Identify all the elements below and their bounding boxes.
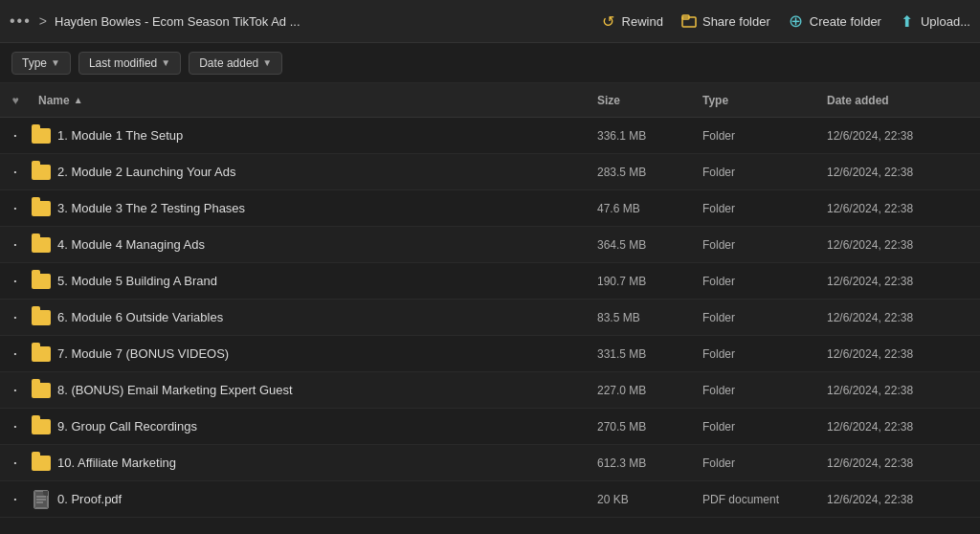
file-date: 12/6/2024, 22:38 [827, 311, 980, 324]
folder-icon [32, 310, 51, 325]
favorite-dot[interactable]: • [0, 386, 31, 394]
filter-bar: Type ▼ Last modified ▼ Date added ▼ [0, 43, 980, 83]
header-fav: ♥ [0, 94, 31, 107]
favorite-dot[interactable]: • [0, 204, 31, 212]
file-type: Folder [702, 420, 827, 434]
upload-icon: ⬆ [899, 12, 916, 30]
folder-icon [32, 165, 51, 180]
date-added-filter-chevron: ▼ [262, 57, 272, 68]
upload-label: Upload... [921, 14, 970, 29]
table-row[interactable]: • 5. Module 5 Building A Brand 190.7 MB … [0, 263, 980, 300]
favorite-dot[interactable]: • [0, 349, 31, 358]
create-folder-label: Create folder [810, 14, 881, 29]
favorite-dot[interactable]: • [0, 167, 31, 176]
favorite-dot[interactable]: • [0, 422, 31, 431]
file-size: 364.5 MB [597, 238, 702, 252]
date-added-filter-label: Date added [199, 56, 258, 70]
table-row[interactable]: • 4. Module 4 Managing Ads 364.5 MB Fold… [0, 227, 980, 263]
table-header: ♥ Name ▲ Size Type Date added [0, 83, 980, 118]
favorite-dot[interactable]: • [0, 313, 31, 322]
file-size: 83.5 MB [597, 311, 702, 324]
file-icon-container [31, 455, 52, 472]
file-date: 12/6/2024, 22:38 [827, 456, 980, 470]
file-name: 3. Module 3 The 2 Testing Phases [57, 201, 597, 215]
table-row[interactable]: • 2. Module 2 Launching Your Ads 283.5 M… [0, 154, 980, 190]
file-date: 12/6/2024, 22:38 [827, 275, 980, 288]
create-folder-icon: ⊕ [788, 12, 805, 30]
date-added-filter[interactable]: Date added ▼ [189, 52, 282, 75]
type-filter-chevron: ▼ [51, 57, 60, 68]
top-bar: ••• > Hayden Bowles - Ecom Season TikTok… [0, 0, 980, 43]
file-list: • 1. Module 1 The Setup 336.1 MB Folder … [0, 118, 980, 534]
type-filter[interactable]: Type ▼ [11, 52, 71, 75]
file-size: 283.5 MB [597, 166, 702, 179]
last-modified-filter[interactable]: Last modified ▼ [78, 52, 181, 75]
file-type: Folder [702, 347, 827, 361]
file-date: 12/6/2024, 22:38 [827, 238, 980, 252]
file-type: Folder [702, 238, 827, 252]
file-date: 12/6/2024, 22:38 [827, 420, 980, 434]
folder-icon [32, 237, 51, 253]
file-date: 12/6/2024, 22:38 [827, 347, 980, 361]
file-type: Folder [702, 275, 827, 288]
type-filter-label: Type [22, 56, 47, 70]
table-row[interactable]: • 9. Group Call Recordings 270.5 MB Fold… [0, 409, 980, 445]
favorite-dot[interactable]: • [0, 458, 31, 467]
file-name: 1. Module 1 The Setup [57, 128, 597, 143]
file-icon-container [31, 345, 52, 363]
file-size: 190.7 MB [597, 275, 702, 288]
file-icon-container [31, 164, 52, 181]
folder-icon [32, 419, 51, 434]
table-row[interactable]: • 0. Proof.pdf 20 KB PDF document 12/6/2… [0, 481, 980, 518]
file-icon-container [31, 127, 52, 145]
file-type: PDF document [702, 493, 827, 506]
file-icon-container [31, 236, 52, 254]
last-modified-filter-label: Last modified [89, 56, 157, 70]
header-size[interactable]: Size [597, 94, 702, 107]
file-name: 2. Module 2 Launching Your Ads [57, 165, 597, 179]
favorite-dot[interactable]: • [0, 240, 31, 249]
file-name: 10. Affiliate Marketing [57, 456, 597, 470]
share-folder-label: Share folder [702, 14, 770, 29]
header-name[interactable]: Name ▲ [31, 94, 597, 107]
header-size-label: Size [597, 94, 620, 107]
file-name: 8. (BONUS) Email Marketing Expert Guest [57, 383, 597, 397]
file-icon-container [31, 273, 52, 290]
file-date: 12/6/2024, 22:38 [827, 202, 980, 215]
name-sort-arrow: ▲ [74, 95, 83, 105]
file-date: 12/6/2024, 22:38 [827, 493, 980, 506]
file-size: 336.1 MB [597, 129, 702, 143]
file-type: Folder [702, 202, 827, 215]
file-size: 270.5 MB [597, 420, 702, 434]
create-folder-button[interactable]: ⊕ Create folder [788, 12, 881, 30]
file-name: 9. Group Call Recordings [57, 419, 597, 434]
table-row[interactable]: • 6. Module 6 Outside Variables 83.5 MB … [0, 300, 980, 336]
breadcrumb-title: Hayden Bowles - Ecom Season TikTok Ad ..… [55, 14, 303, 29]
favorite-dot[interactable]: • [0, 131, 31, 140]
heart-icon: ♥ [11, 94, 18, 107]
header-type[interactable]: Type [702, 94, 827, 107]
header-date[interactable]: Date added [827, 94, 980, 107]
file-type: Folder [702, 166, 827, 179]
upload-button[interactable]: ⬆ Upload... [899, 12, 970, 30]
table-row[interactable]: • 1. Module 1 The Setup 336.1 MB Folder … [0, 118, 980, 154]
share-folder-button[interactable]: Share folder [680, 12, 770, 30]
favorite-dot[interactable]: • [0, 495, 31, 503]
favorite-dot[interactable]: • [0, 277, 31, 285]
table-row[interactable]: • 7. Module 7 (BONUS VIDEOS) 331.5 MB Fo… [0, 336, 980, 372]
table-row[interactable]: • 8. (BONUS) Email Marketing Expert Gues… [0, 372, 980, 409]
file-size: 227.0 MB [597, 384, 702, 397]
file-size: 47.6 MB [597, 202, 702, 215]
file-type: Folder [702, 129, 827, 143]
table-row[interactable]: • 10. Affiliate Marketing 612.3 MB Folde… [0, 445, 980, 481]
file-icon-container [31, 309, 52, 326]
file-type: Folder [702, 456, 827, 470]
rewind-button[interactable]: ↺ Rewind [600, 12, 663, 30]
table-row[interactable]: • 3. Module 3 The 2 Testing Phases 47.6 … [0, 190, 980, 227]
file-icon-container [31, 382, 52, 399]
file-name: 5. Module 5 Building A Brand [57, 274, 597, 288]
share-folder-icon [680, 12, 698, 30]
last-modified-filter-chevron: ▼ [161, 57, 170, 68]
menu-dots[interactable]: ••• [10, 12, 32, 30]
rewind-icon: ↺ [600, 12, 617, 30]
